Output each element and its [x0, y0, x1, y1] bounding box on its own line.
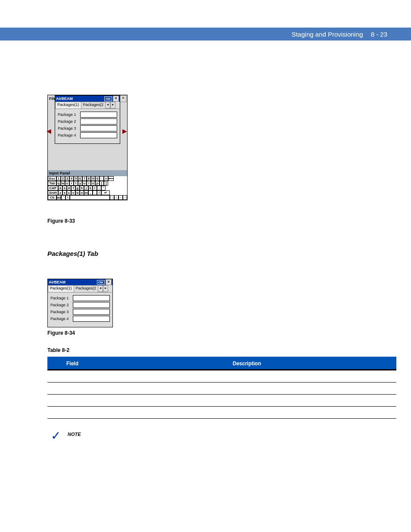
- packages-field-table: Field Description Package 1Package name …: [47, 357, 396, 419]
- pointer-icon: ▶: [122, 128, 127, 134]
- tab-packages2[interactable]: Packages(2: [81, 102, 106, 109]
- key[interactable]: v: [71, 190, 75, 195]
- close-icon[interactable]: ×: [106, 279, 112, 285]
- key[interactable]: f: [71, 186, 75, 190]
- key[interactable]: ,: [88, 190, 93, 195]
- key[interactable]: 4: [69, 176, 74, 181]
- key[interactable]: c: [67, 190, 71, 195]
- key-shift[interactable]: Shift: [48, 190, 58, 195]
- note-block: ✓ NOTE No inadvertent trailing spaces sh…: [47, 432, 394, 440]
- key[interactable]: e: [65, 181, 69, 186]
- key[interactable]: /: [97, 190, 101, 195]
- scroll-right-icon[interactable]: ▸: [103, 285, 108, 292]
- key[interactable]: 9: [91, 176, 95, 181]
- key[interactable]: .: [93, 190, 97, 195]
- kbd-row: CAPasdfghjkl;': [48, 186, 127, 190]
- package-label: Package 2: [50, 303, 73, 307]
- tab-packages1[interactable]: Packages(1): [48, 285, 74, 292]
- key-esc[interactable]: Esc: [48, 176, 56, 181]
- screenshot-packages1: AirBEAM OK × Packages(1) Packages(2 ◂ ▸ …: [47, 279, 113, 327]
- key[interactable]: [: [100, 181, 104, 186]
- key-right[interactable]: →: [123, 195, 127, 200]
- ok-button[interactable]: OK: [104, 96, 112, 101]
- key-space[interactable]: [70, 195, 110, 200]
- key[interactable]: u: [82, 181, 87, 186]
- key[interactable]: 1: [56, 176, 61, 181]
- input-panel-title: Input Panel: [48, 170, 127, 176]
- key[interactable]: 8: [87, 176, 91, 181]
- key[interactable]: 3: [65, 176, 69, 181]
- key[interactable]: q: [56, 181, 61, 186]
- package-label: Package 3: [50, 310, 73, 314]
- key[interactable]: g: [75, 186, 80, 190]
- key[interactable]: t: [74, 181, 78, 186]
- onscreen-keyboard[interactable]: Esc1234567890-=⟵ Tabqwertyuiop[] CAPasdf…: [48, 176, 127, 200]
- key-backspace[interactable]: ⟵: [108, 176, 114, 181]
- key-enter[interactable]: ↵: [101, 190, 110, 195]
- table-header-field: Field: [47, 358, 97, 370]
- key[interactable]: ;: [97, 186, 101, 190]
- key-left[interactable]: ←: [118, 195, 123, 200]
- key[interactable]: w: [61, 181, 65, 186]
- key[interactable]: 6: [78, 176, 82, 181]
- checkmark-icon: ✓: [51, 432, 61, 440]
- key[interactable]: `: [61, 195, 65, 200]
- key[interactable]: o: [91, 181, 95, 186]
- key[interactable]: \: [65, 195, 70, 200]
- key[interactable]: ': [101, 186, 106, 190]
- key-up[interactable]: ↑: [114, 195, 118, 200]
- scroll-left-icon[interactable]: ◂: [105, 102, 110, 109]
- close-icon[interactable]: ×: [113, 96, 119, 102]
- key[interactable]: =: [104, 176, 108, 181]
- key[interactable]: m: [84, 190, 88, 195]
- key[interactable]: p: [95, 181, 100, 186]
- key[interactable]: s: [62, 186, 67, 190]
- key-caps[interactable]: CAP: [48, 186, 58, 190]
- package-label: Package 1: [50, 296, 73, 300]
- key-tab[interactable]: Tab: [48, 181, 56, 186]
- key[interactable]: j: [84, 186, 88, 190]
- key[interactable]: 2: [61, 176, 65, 181]
- key-down[interactable]: ↓: [110, 195, 114, 200]
- key-intl[interactable]: áü: [56, 195, 61, 200]
- table-row: Package 1Package name of the first of fo…: [47, 370, 396, 383]
- key[interactable]: ]: [104, 181, 108, 186]
- key[interactable]: -: [100, 176, 104, 181]
- key[interactable]: d: [67, 186, 71, 190]
- figure-caption: Figure 8-33 Main Screen: [47, 218, 394, 224]
- package3-input[interactable]: [73, 309, 110, 315]
- package3-input[interactable]: [80, 125, 117, 131]
- tab-packages2[interactable]: Packages(2: [74, 285, 99, 292]
- key[interactable]: x: [62, 190, 67, 195]
- key[interactable]: 5: [74, 176, 78, 181]
- header-title: Staging and Provisioning: [292, 31, 363, 38]
- key-ctrl[interactable]: Ctl: [48, 195, 56, 200]
- package2-input[interactable]: [80, 118, 117, 124]
- key[interactable]: r: [69, 181, 74, 186]
- scroll-right-icon[interactable]: ▸: [110, 102, 115, 109]
- key[interactable]: n: [80, 190, 84, 195]
- package1-input[interactable]: [80, 112, 117, 118]
- desc-cell: Package name of the fourth of four names…: [97, 407, 396, 419]
- package2-input[interactable]: [73, 302, 110, 308]
- close-icon[interactable]: ×: [120, 95, 127, 102]
- package4-input[interactable]: [80, 132, 117, 138]
- key[interactable]: 0: [95, 176, 100, 181]
- package4-input[interactable]: [73, 316, 110, 322]
- ok-button[interactable]: OK: [97, 280, 105, 285]
- key[interactable]: h: [80, 186, 84, 190]
- key[interactable]: z: [58, 190, 62, 195]
- key[interactable]: k: [88, 186, 93, 190]
- package-label: Package 1: [58, 112, 80, 117]
- key[interactable]: b: [75, 190, 80, 195]
- scroll-left-icon[interactable]: ◂: [98, 285, 103, 292]
- key[interactable]: i: [87, 181, 91, 186]
- figure-number: Figure 8-33: [47, 218, 75, 224]
- key[interactable]: y: [78, 181, 82, 186]
- key[interactable]: 7: [82, 176, 87, 181]
- key[interactable]: l: [93, 186, 97, 190]
- key[interactable]: a: [58, 186, 62, 190]
- tab-packages1[interactable]: Packages(1): [55, 102, 81, 109]
- package-label: Package 4: [50, 317, 73, 321]
- package1-input[interactable]: [73, 295, 110, 301]
